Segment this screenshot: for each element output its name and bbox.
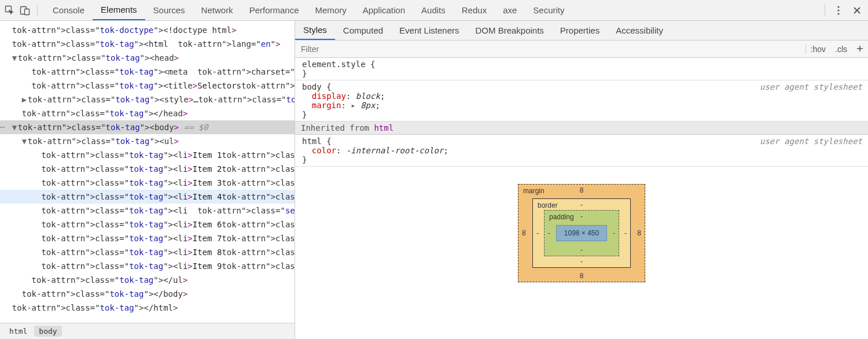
close-brace: } bbox=[302, 69, 863, 78]
top-tab-console[interactable]: Console bbox=[45, 0, 93, 20]
box-model-content[interactable]: 1098 × 450 bbox=[556, 225, 607, 241]
close-icon[interactable] bbox=[852, 5, 862, 16]
close-brace: } bbox=[302, 155, 863, 164]
top-left-controls bbox=[0, 5, 45, 16]
rule-source: user agent stylesheet bbox=[760, 137, 862, 146]
property-name: display bbox=[312, 91, 346, 101]
padding-bottom[interactable]: - bbox=[580, 246, 583, 254]
styles-tab-properties[interactable]: Properties bbox=[552, 21, 608, 40]
dom-node[interactable]: ▼tok-attrn">class="tok-tag"><body> == $0 bbox=[0, 120, 295, 134]
dom-node[interactable]: tok-attrn">class="tok-tag"><title>Select… bbox=[0, 79, 295, 93]
styles-tab-dom-breakpoints[interactable]: DOM Breakpoints bbox=[467, 21, 551, 40]
padding-label: padding bbox=[549, 213, 574, 221]
dom-node[interactable]: tok-attrn">class="tok-tag"><li tok-attrn… bbox=[0, 204, 295, 218]
property-name: color bbox=[312, 146, 336, 155]
border-right[interactable]: - bbox=[624, 229, 627, 237]
cls-toggle[interactable]: .cls bbox=[830, 45, 852, 54]
declaration[interactable]: margin: ▸ 8px; bbox=[302, 101, 863, 110]
rule-element-style[interactable]: element.style { } bbox=[295, 58, 868, 80]
styles-tab-event-listeners[interactable]: Event Listeners bbox=[391, 21, 467, 40]
dom-node[interactable]: ▼tok-attrn">class="tok-tag"><head> bbox=[0, 51, 295, 65]
box-model-border[interactable]: border - - - - padding - - - bbox=[532, 198, 631, 268]
dom-node[interactable]: tok-attrn">class="tok-tag"><li>Item 2tok… bbox=[0, 162, 295, 176]
breadcrumb-body[interactable]: body bbox=[34, 326, 61, 337]
dom-node[interactable]: tok-attrn">class="tok-tag"><li>Item 9tok… bbox=[0, 259, 295, 273]
dom-node[interactable]: tok-attrn">class="tok-tag"><meta tok-att… bbox=[0, 65, 295, 79]
box-model-padding[interactable]: padding - - - - 1098 × 450 bbox=[544, 210, 619, 256]
dom-node[interactable]: ▶tok-attrn">class="tok-tag"><style>…tok-… bbox=[0, 93, 295, 106]
separator bbox=[37, 5, 38, 16]
box-model: margin 8 8 8 8 border - - - - bbox=[295, 167, 868, 294]
dom-node[interactable]: tok-attrn">class="tok-tag"><li>Item 1tok… bbox=[0, 148, 295, 162]
gutter-ellipsis-icon[interactable]: … bbox=[0, 120, 5, 130]
dom-node[interactable]: tok-attrn">class="tok-tag"><li>Item 3tok… bbox=[0, 176, 295, 190]
styles-tab-accessibility[interactable]: Accessibility bbox=[608, 21, 671, 40]
styles-tab-computed[interactable]: Computed bbox=[335, 21, 391, 40]
dom-node[interactable]: tok-attrn">class="tok-tag"></ul> bbox=[0, 273, 295, 287]
top-tab-redux[interactable]: Redux bbox=[454, 0, 495, 20]
elements-dom-panel: tok-attrn">class="tok-doctype"><!doctype… bbox=[0, 21, 295, 339]
selector-text: element.style { bbox=[302, 60, 863, 69]
dom-node[interactable]: tok-attrn">class="tok-tag"></html> bbox=[0, 301, 295, 315]
new-style-rule-icon[interactable] bbox=[852, 45, 868, 54]
content-size: 1098 × 450 bbox=[564, 229, 599, 237]
dom-node[interactable]: ▼tok-attrn">class="tok-tag"><ul> bbox=[0, 134, 295, 148]
styles-panel: StylesComputedEvent ListenersDOM Breakpo… bbox=[295, 21, 868, 339]
top-tab-performance[interactable]: Performance bbox=[241, 0, 307, 20]
border-top[interactable]: - bbox=[580, 201, 583, 209]
svg-rect-2 bbox=[25, 9, 30, 14]
styles-filter-row: :hov .cls bbox=[295, 40, 868, 58]
top-tab-security[interactable]: Security bbox=[525, 0, 572, 20]
padding-top[interactable]: - bbox=[580, 212, 583, 220]
rule-source: user agent stylesheet bbox=[760, 82, 862, 91]
declaration[interactable]: color: -internal-root-color; bbox=[302, 146, 863, 155]
dom-node[interactable]: tok-attrn">class="tok-tag"><li>Item 6tok… bbox=[0, 218, 295, 231]
top-tab-memory[interactable]: Memory bbox=[307, 0, 355, 20]
expand-shorthand-icon[interactable]: ▸ bbox=[346, 101, 361, 110]
box-model-margin[interactable]: margin 8 8 8 8 border - - - - bbox=[518, 184, 645, 282]
breadcrumb-html[interactable]: html bbox=[5, 326, 32, 337]
border-left[interactable]: - bbox=[536, 229, 539, 237]
svg-point-5 bbox=[837, 13, 839, 14]
styles-rules-body[interactable]: element.style { } user agent stylesheet … bbox=[295, 58, 868, 339]
top-tab-audits[interactable]: Audits bbox=[413, 0, 454, 20]
rule-body[interactable]: user agent stylesheet body { display: bl… bbox=[295, 80, 868, 121]
inspect-element-icon[interactable] bbox=[5, 5, 15, 16]
dom-node[interactable]: tok-attrn">class="tok-tag"></body> bbox=[0, 287, 295, 301]
devtools-top-tabbar: ConsoleElementsSourcesNetworkPerformance… bbox=[0, 0, 868, 21]
top-tab-application[interactable]: Application bbox=[355, 0, 413, 20]
dom-tree[interactable]: tok-attrn">class="tok-doctype"><!doctype… bbox=[0, 21, 295, 323]
inherited-from-separator: Inherited from html bbox=[295, 121, 868, 135]
device-toolbar-icon[interactable] bbox=[20, 5, 30, 16]
rule-html[interactable]: user agent stylesheet html { color: -int… bbox=[295, 135, 868, 167]
styles-tabbar: StylesComputedEvent ListenersDOM Breakpo… bbox=[295, 21, 868, 40]
inherited-from-tag[interactable]: html bbox=[374, 123, 393, 132]
margin-bottom[interactable]: 8 bbox=[580, 272, 584, 280]
border-bottom[interactable]: - bbox=[580, 257, 583, 266]
padding-right[interactable]: - bbox=[613, 229, 615, 237]
declaration[interactable]: display: block; bbox=[302, 91, 863, 101]
styles-tab-styles[interactable]: Styles bbox=[295, 21, 335, 40]
svg-point-4 bbox=[837, 9, 839, 11]
dom-node[interactable]: tok-attrn">class="tok-tag"></head> bbox=[0, 106, 295, 120]
dom-node[interactable]: tok-attrn">class="tok-tag"><li>Item 7tok… bbox=[0, 231, 295, 245]
dom-node[interactable]: tok-attrn">class="tok-doctype"><!doctype… bbox=[0, 23, 295, 37]
top-tab-axe[interactable]: axe bbox=[495, 0, 525, 20]
dom-node[interactable]: tok-attrn">class="tok-tag"><html tok-att… bbox=[0, 37, 295, 51]
top-tab-network[interactable]: Network bbox=[193, 0, 241, 20]
top-tab-elements[interactable]: Elements bbox=[93, 0, 145, 20]
hov-toggle[interactable]: :hov bbox=[806, 45, 830, 54]
margin-right[interactable]: 8 bbox=[637, 229, 641, 237]
margin-left[interactable]: 8 bbox=[522, 229, 526, 237]
property-name: margin bbox=[312, 101, 341, 110]
dom-node[interactable]: tok-attrn">class="tok-tag"><li>Item 8tok… bbox=[0, 245, 295, 259]
padding-left[interactable]: - bbox=[548, 229, 550, 237]
dom-node[interactable]: tok-attrn">class="tok-tag"><li>Item 4tok… bbox=[0, 190, 295, 204]
svg-point-3 bbox=[837, 6, 839, 8]
kebab-menu-icon[interactable] bbox=[833, 5, 844, 16]
top-right-controls bbox=[819, 5, 868, 16]
styles-filter-input[interactable] bbox=[295, 40, 806, 57]
border-label: border bbox=[538, 201, 558, 209]
top-tab-sources[interactable]: Sources bbox=[145, 0, 193, 20]
margin-top[interactable]: 8 bbox=[580, 186, 584, 194]
